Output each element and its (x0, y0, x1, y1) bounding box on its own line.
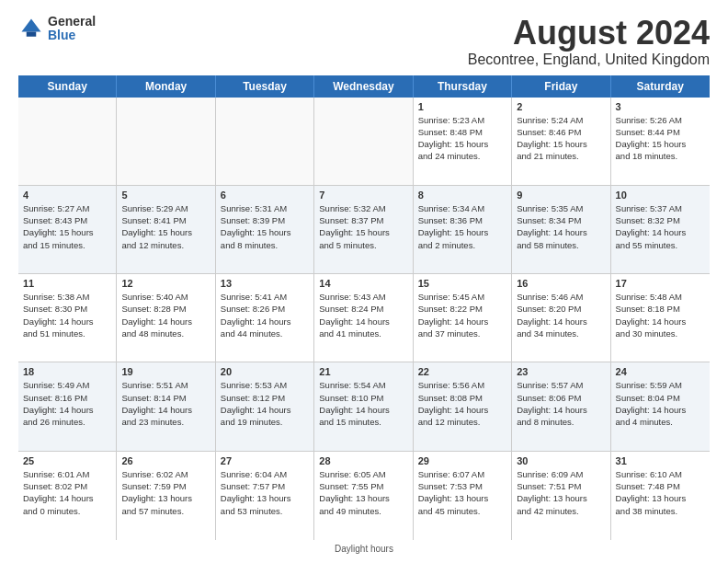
calendar-cell: 29Sunrise: 6:07 AM Sunset: 7:53 PM Dayli… (414, 452, 512, 540)
day-number: 5 (121, 190, 210, 201)
day-number: 12 (121, 278, 210, 289)
day-number: 6 (221, 190, 309, 201)
cell-info: Sunrise: 6:05 AM Sunset: 7:55 PM Dayligh… (319, 468, 407, 517)
calendar-cell: 1Sunrise: 5:23 AM Sunset: 8:48 PM Daylig… (414, 98, 512, 185)
day-number: 27 (221, 455, 309, 466)
calendar-cell: 30Sunrise: 6:09 AM Sunset: 7:51 PM Dayli… (512, 452, 610, 540)
cell-info: Sunrise: 5:27 AM Sunset: 8:43 PM Dayligh… (23, 202, 111, 251)
day-number: 8 (418, 190, 506, 201)
svg-marker-0 (22, 19, 41, 32)
calendar-cell: 24Sunrise: 5:59 AM Sunset: 8:04 PM Dayli… (611, 362, 710, 450)
cell-info: Sunrise: 5:29 AM Sunset: 8:41 PM Dayligh… (121, 202, 210, 251)
calendar-cell: 27Sunrise: 6:04 AM Sunset: 7:57 PM Dayli… (216, 452, 314, 540)
day-number: 4 (23, 190, 111, 201)
day-number: 2 (517, 101, 605, 112)
day-number: 23 (517, 366, 605, 377)
header: General Blue August 2024 Becontree, Engl… (18, 15, 710, 68)
cell-info: Sunrise: 6:02 AM Sunset: 7:59 PM Dayligh… (121, 468, 210, 517)
day-number: 26 (121, 455, 210, 466)
day-number: 7 (319, 190, 407, 201)
calendar-cell: 18Sunrise: 5:49 AM Sunset: 8:16 PM Dayli… (18, 362, 117, 450)
cell-info: Sunrise: 5:54 AM Sunset: 8:10 PM Dayligh… (319, 379, 407, 428)
calendar-cell: 16Sunrise: 5:46 AM Sunset: 8:20 PM Dayli… (512, 274, 610, 362)
calendar-row: 25Sunrise: 6:01 AM Sunset: 8:02 PM Dayli… (18, 452, 710, 540)
footer-note: Daylight hours (18, 544, 710, 554)
cell-info: Sunrise: 5:57 AM Sunset: 8:06 PM Dayligh… (517, 379, 605, 428)
calendar-header-day: Thursday (414, 75, 512, 98)
cell-info: Sunrise: 5:41 AM Sunset: 8:26 PM Dayligh… (221, 291, 309, 339)
calendar-cell-empty (18, 98, 117, 185)
day-number: 30 (517, 455, 605, 466)
calendar-cell: 26Sunrise: 6:02 AM Sunset: 7:59 PM Dayli… (117, 452, 215, 540)
svg-rect-1 (27, 32, 37, 37)
calendar-cell: 12Sunrise: 5:40 AM Sunset: 8:28 PM Dayli… (117, 274, 215, 362)
cell-info: Sunrise: 5:31 AM Sunset: 8:39 PM Dayligh… (221, 202, 309, 251)
calendar-body: 1Sunrise: 5:23 AM Sunset: 8:48 PM Daylig… (18, 98, 710, 540)
cell-info: Sunrise: 5:38 AM Sunset: 8:30 PM Dayligh… (23, 291, 111, 339)
calendar-header-day: Sunday (18, 75, 117, 98)
calendar-cell: 20Sunrise: 5:53 AM Sunset: 8:12 PM Dayli… (216, 362, 314, 450)
calendar-cell: 25Sunrise: 6:01 AM Sunset: 8:02 PM Dayli… (18, 452, 117, 540)
cell-info: Sunrise: 5:35 AM Sunset: 8:34 PM Dayligh… (517, 202, 605, 251)
calendar-cell: 15Sunrise: 5:45 AM Sunset: 8:22 PM Dayli… (414, 274, 512, 362)
day-number: 29 (418, 455, 506, 466)
day-number: 1 (418, 101, 506, 112)
main-title: August 2024 (468, 15, 710, 52)
day-number: 19 (121, 366, 210, 377)
cell-info: Sunrise: 5:59 AM Sunset: 8:04 PM Dayligh… (616, 379, 705, 428)
cell-info: Sunrise: 6:07 AM Sunset: 7:53 PM Dayligh… (418, 468, 506, 517)
calendar-cell: 8Sunrise: 5:34 AM Sunset: 8:36 PM Daylig… (414, 186, 512, 273)
calendar-cell: 14Sunrise: 5:43 AM Sunset: 8:24 PM Dayli… (314, 274, 413, 362)
calendar-cell: 10Sunrise: 5:37 AM Sunset: 8:32 PM Dayli… (611, 186, 710, 273)
cell-info: Sunrise: 5:56 AM Sunset: 8:08 PM Dayligh… (418, 379, 506, 428)
day-number: 15 (418, 278, 506, 289)
calendar-header-day: Monday (117, 75, 215, 98)
calendar-cell: 6Sunrise: 5:31 AM Sunset: 8:39 PM Daylig… (216, 186, 314, 273)
cell-info: Sunrise: 5:45 AM Sunset: 8:22 PM Dayligh… (418, 291, 506, 339)
calendar-cell-empty (314, 98, 413, 185)
cell-info: Sunrise: 6:09 AM Sunset: 7:51 PM Dayligh… (517, 468, 605, 517)
calendar-header: SundayMondayTuesdayWednesdayThursdayFrid… (18, 75, 710, 98)
day-number: 11 (23, 278, 111, 289)
calendar-cell: 2Sunrise: 5:24 AM Sunset: 8:46 PM Daylig… (512, 98, 610, 185)
calendar-cell: 4Sunrise: 5:27 AM Sunset: 8:43 PM Daylig… (18, 186, 117, 273)
day-number: 24 (616, 366, 705, 377)
calendar-row: 11Sunrise: 5:38 AM Sunset: 8:30 PM Dayli… (18, 274, 710, 362)
day-number: 16 (517, 278, 605, 289)
cell-info: Sunrise: 6:10 AM Sunset: 7:48 PM Dayligh… (616, 468, 705, 517)
calendar-header-day: Friday (512, 75, 610, 98)
calendar-row: 18Sunrise: 5:49 AM Sunset: 8:16 PM Dayli… (18, 362, 710, 451)
day-number: 14 (319, 278, 407, 289)
day-number: 9 (517, 190, 605, 201)
day-number: 10 (616, 190, 705, 201)
cell-info: Sunrise: 5:48 AM Sunset: 8:18 PM Dayligh… (616, 291, 705, 339)
calendar-cell: 3Sunrise: 5:26 AM Sunset: 8:44 PM Daylig… (611, 98, 710, 185)
calendar-cell: 19Sunrise: 5:51 AM Sunset: 8:14 PM Dayli… (117, 362, 215, 450)
calendar-cell: 22Sunrise: 5:56 AM Sunset: 8:08 PM Dayli… (414, 362, 512, 450)
calendar-cell: 13Sunrise: 5:41 AM Sunset: 8:26 PM Dayli… (216, 274, 314, 362)
cell-info: Sunrise: 6:04 AM Sunset: 7:57 PM Dayligh… (221, 468, 309, 517)
calendar-cell: 7Sunrise: 5:32 AM Sunset: 8:37 PM Daylig… (314, 186, 413, 273)
cell-info: Sunrise: 5:23 AM Sunset: 8:48 PM Dayligh… (418, 114, 506, 163)
cell-info: Sunrise: 5:49 AM Sunset: 8:16 PM Dayligh… (23, 379, 111, 428)
calendar-header-day: Tuesday (216, 75, 314, 98)
calendar-cell: 21Sunrise: 5:54 AM Sunset: 8:10 PM Dayli… (314, 362, 413, 450)
page: General Blue August 2024 Becontree, Engl… (0, 0, 728, 563)
calendar-header-day: Saturday (611, 75, 710, 98)
calendar-cell: 23Sunrise: 5:57 AM Sunset: 8:06 PM Dayli… (512, 362, 610, 450)
calendar-cell: 11Sunrise: 5:38 AM Sunset: 8:30 PM Dayli… (18, 274, 117, 362)
calendar-cell: 31Sunrise: 6:10 AM Sunset: 7:48 PM Dayli… (611, 452, 710, 540)
cell-info: Sunrise: 5:46 AM Sunset: 8:20 PM Dayligh… (517, 291, 605, 339)
day-number: 20 (221, 366, 309, 377)
day-number: 3 (616, 101, 705, 112)
cell-info: Sunrise: 6:01 AM Sunset: 8:02 PM Dayligh… (23, 468, 111, 517)
calendar-cell: 9Sunrise: 5:35 AM Sunset: 8:34 PM Daylig… (512, 186, 610, 273)
cell-info: Sunrise: 5:32 AM Sunset: 8:37 PM Dayligh… (319, 202, 407, 251)
calendar-row: 1Sunrise: 5:23 AM Sunset: 8:48 PM Daylig… (18, 98, 710, 186)
subtitle: Becontree, England, United Kingdom (468, 52, 710, 68)
cell-info: Sunrise: 5:24 AM Sunset: 8:46 PM Dayligh… (517, 114, 605, 163)
cell-info: Sunrise: 5:26 AM Sunset: 8:44 PM Dayligh… (616, 114, 705, 163)
day-number: 13 (221, 278, 309, 289)
logo-blue-text: Blue (48, 29, 96, 42)
day-number: 22 (418, 366, 506, 377)
